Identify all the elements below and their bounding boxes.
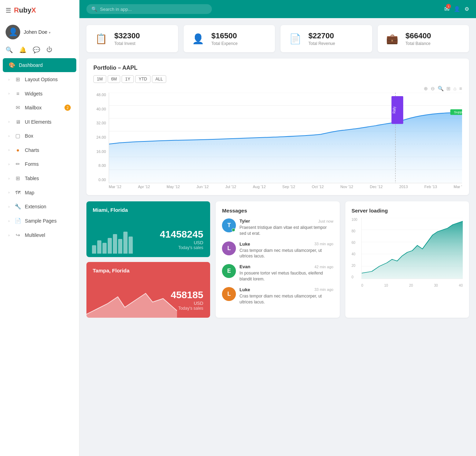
sidebar-power-icon[interactable]: ⏻ (46, 46, 52, 54)
tampa-city: Tampa, Florida (93, 268, 130, 273)
invest-icon: 📋 (93, 33, 109, 45)
sidebar-quick-icons: 🔍 🔔 💬 ⏻ (0, 44, 79, 58)
chart-controls: 1M 6M 1Y YTD ALL (93, 75, 462, 83)
luke2-time: 33 min ago (314, 287, 333, 292)
sidebar-item-layout-options[interactable]: › ⊞ Layout Options (3, 72, 76, 86)
sidebar-item-dashboard[interactable]: 🎨 Dashboard (3, 58, 76, 72)
sidebar-item-map[interactable]: › 🗺 Map (3, 186, 76, 199)
sidebar-item-tables[interactable]: › ⊞ Tables (3, 171, 76, 185)
sidebar-item-label: Box (25, 133, 33, 139)
evan-name: Evan (239, 264, 250, 269)
luke1-time: 33 min ago (314, 242, 333, 246)
sidebar-item-multilevel[interactable]: › ↪ Multilevel (3, 228, 76, 242)
btn-1m[interactable]: 1M (93, 75, 106, 83)
balance-label: Total Balance (406, 41, 431, 46)
sidebar-item-widgets[interactable]: › ≡ Widgets (3, 87, 76, 100)
sidebar-item-charts[interactable]: › ● Charts (3, 143, 76, 157)
user-icon[interactable]: 👤 (454, 6, 460, 12)
caret-icon: › (8, 205, 9, 209)
messages-card: Messages T Tyler Just now Praesent trist… (216, 201, 339, 318)
expense-value: $16500 (212, 31, 238, 40)
btn-1y[interactable]: 1Y (122, 75, 134, 83)
sidebar-chat-icon[interactable]: 💬 (33, 46, 40, 54)
caret-icon: › (8, 162, 9, 166)
message-item-luke1: L Luke 33 min ago Cras tempor diam nec m… (222, 241, 333, 260)
btn-ytd[interactable]: YTD (135, 75, 151, 83)
mailbox-icon: ✉ (14, 105, 21, 111)
avatar: 👤 (6, 25, 20, 39)
layout-icon: ⊞ (14, 76, 21, 83)
zoom-in-icon[interactable]: ⊕ (424, 86, 428, 91)
sample-pages-icon: 📄 (14, 218, 21, 224)
chart-area: 0.00 8.00 16.00 24.00 32.00 40.00 48.00 (93, 93, 462, 189)
miami-city: Miami, Florida (93, 207, 128, 213)
map-icon: 🗺 (14, 190, 21, 195)
sidebar-item-box[interactable]: › ▢ Box (3, 129, 76, 143)
sidebar-item-forms[interactable]: › ✏ Forms (3, 157, 76, 171)
tampa-label: Today's sales (93, 306, 203, 311)
sidebar-item-label: Layout Options (25, 77, 57, 82)
stat-card-expense: 👤 $16500 Total Expence (184, 25, 275, 52)
download-icon[interactable]: ⊞ (446, 86, 451, 91)
zoom-out-icon[interactable]: ⊖ (431, 86, 435, 91)
sidebar-bell-icon[interactable]: 🔔 (19, 46, 26, 54)
luke2-message: Luke 33 min ago Cras tempor diam nec met… (239, 287, 333, 305)
luke1-header: Luke 33 min ago (239, 241, 333, 247)
tyler-text: Praesent tristique diam vitae est alique… (239, 225, 333, 237)
tyler-header: Tyler Just now (239, 218, 333, 224)
sidebar-item-label: Mailbox (25, 105, 41, 110)
caret-icon: › (8, 92, 9, 95)
sidebar-item-label: Dashboard (19, 62, 43, 68)
sidebar: ☰ RubyX 👤 Johen Doe ▾ 🔍 🔔 💬 ⏻ 🎨 Dashboar… (0, 0, 79, 456)
tyler-online-dot (232, 228, 235, 232)
sidebar-item-label: Sample Pages (25, 218, 56, 224)
portfolio-card: Portfolio – AAPL 1M 6M 1Y YTD ALL ⊕ ⊖ 🔍 … (86, 59, 469, 195)
caret-icon: › (8, 233, 9, 237)
stats-row: 📋 $32300 Total Invest 👤 $16500 Total Exp… (86, 25, 469, 52)
evan-time: 42 min ago (314, 265, 333, 269)
sidebar-item-extension[interactable]: › 🔧 Extension (3, 200, 76, 214)
sidebar-item-label: Multilevel (25, 232, 45, 238)
luke2-text: Cras tempor diam nec metus ullamcorper, … (239, 293, 333, 305)
search-icon: 🔍 (91, 6, 97, 12)
miami-card: Miami, Florida 41458245 USD (86, 201, 210, 257)
luke1-name: Luke (239, 241, 250, 247)
sidebar-search-icon[interactable]: 🔍 (6, 46, 13, 54)
menu-icon[interactable]: ≡ (459, 86, 462, 91)
message-item-evan: E Evan 42 min ago In posuere tortor vel … (222, 264, 333, 282)
caret-icon: › (8, 120, 9, 124)
sidebar-item-label: UI Elements (25, 119, 51, 125)
sidebar-item-sample-pages[interactable]: › 📄 Sample Pages (3, 214, 76, 228)
caret-icon: › (8, 191, 9, 194)
server-svg (362, 218, 463, 279)
mail-icon-wrap: ✉ 1 (444, 5, 450, 13)
evan-avatar-wrap: E (222, 264, 236, 278)
luke1-message: Luke 33 min ago Cras tempor diam nec met… (239, 241, 333, 260)
sidebar-item-label: Forms (25, 161, 39, 167)
home-icon[interactable]: ⌂ (453, 86, 456, 91)
btn-all[interactable]: ALL (152, 75, 166, 83)
sidebar-item-ui-elements[interactable]: › 🖥 UI Elements (3, 115, 76, 129)
forms-icon: ✏ (14, 161, 21, 167)
sidebar-item-label: Widgets (25, 91, 43, 96)
extension-icon: 🔧 (14, 203, 21, 210)
search-input[interactable] (100, 7, 207, 12)
user-name: Johen Doe (24, 29, 47, 35)
user-caret[interactable]: ▾ (49, 31, 51, 34)
settings-icon[interactable]: ⚙ (465, 6, 469, 12)
server-x-labels: 0 10 20 30 40 (361, 284, 463, 287)
search-bar: 🔍 (86, 4, 212, 14)
zoom-reset-icon[interactable]: 🔍 (438, 86, 444, 91)
svg-text:Rally: Rally (392, 107, 396, 114)
bottom-row: Miami, Florida 41458245 USD (86, 201, 469, 318)
hamburger-icon[interactable]: ☰ (6, 7, 11, 14)
caret-icon: › (8, 177, 9, 180)
server-chart-wrap: 0 20 40 60 80 100 (352, 218, 463, 287)
ui-elements-icon: 🖥 (14, 119, 21, 125)
revenue-icon: 📄 (287, 33, 303, 45)
caret-icon: › (8, 148, 9, 152)
luke2-avatar-wrap: L (222, 287, 236, 301)
btn-6m[interactable]: 6M (108, 75, 121, 83)
mail-badge: 1 (446, 4, 451, 9)
sidebar-item-mailbox[interactable]: › ✉ Mailbox 2 (3, 101, 76, 115)
